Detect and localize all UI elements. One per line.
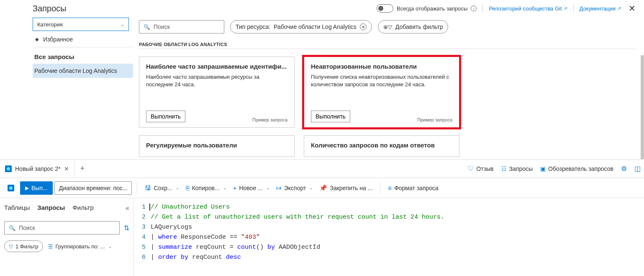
card-title: Наиболее часто запрашиваемые идентифи... bbox=[146, 63, 287, 70]
close-icon[interactable]: ✕ bbox=[627, 3, 637, 13]
query-card-highlighted[interactable]: Неавторизованные пользователи Получение … bbox=[304, 57, 459, 128]
all-queries-header: Все запросы bbox=[33, 47, 133, 64]
filter-tab[interactable]: Фильтр bbox=[72, 204, 93, 212]
pin-icon: 📌 bbox=[319, 184, 327, 192]
search-input[interactable]: 🔍 Поиск bbox=[139, 20, 224, 34]
play-icon: ▶ bbox=[25, 185, 29, 191]
format-button[interactable]: ≡Формат запроса bbox=[385, 181, 441, 195]
gear-icon[interactable]: ⚙ bbox=[621, 165, 627, 173]
list-icon: ☷ bbox=[501, 165, 507, 172]
code-editor[interactable]: 1// Unauthorized Users2// Get a list of … bbox=[134, 198, 644, 276]
card-tag: Пример запроса bbox=[252, 117, 287, 122]
plus-icon: + bbox=[233, 184, 237, 191]
copy-icon: ⎘ bbox=[186, 184, 190, 191]
export-icon: ↦ bbox=[276, 184, 282, 192]
heart-icon: ♡ bbox=[467, 164, 474, 173]
resource-type-filter[interactable]: Тип ресурса: Рабочие области Log Analyti… bbox=[230, 20, 372, 34]
explorer-icon: ▣ bbox=[540, 165, 546, 172]
card-title: Неавторизованные пользователи bbox=[311, 63, 452, 70]
search-icon: 🔍 bbox=[144, 24, 150, 30]
panel-icon[interactable]: ◫ bbox=[634, 165, 641, 173]
info-icon[interactable]: i bbox=[471, 5, 477, 11]
feedback-link[interactable]: ♡Отзыв bbox=[467, 164, 493, 173]
star-icon: ★ bbox=[34, 36, 40, 43]
collapse-icon[interactable]: « bbox=[126, 204, 129, 212]
divider bbox=[573, 5, 574, 12]
query-card[interactable]: Наиболее часто запрашиваемые идентифи...… bbox=[139, 57, 295, 128]
left-search-input[interactable]: 🔍 Поиск bbox=[4, 221, 120, 235]
time-range-select[interactable]: Диапазон времени: пос... bbox=[54, 181, 132, 195]
query-icon bbox=[8, 185, 14, 191]
explorer-link[interactable]: ▣Обозреватель запросов bbox=[540, 165, 613, 172]
chevron-down-icon: ⌄ bbox=[176, 186, 179, 190]
card-title: Количество запросов по кодам ответов bbox=[311, 142, 452, 149]
copy-button[interactable]: ⎘Копиров...⌄ bbox=[183, 181, 229, 195]
format-icon: ≡ bbox=[388, 184, 392, 191]
close-tab-icon[interactable]: ✕ bbox=[64, 165, 69, 172]
filter-icon: ▽ bbox=[9, 243, 13, 250]
search-icon: 🔍 bbox=[9, 225, 15, 231]
section-label: РАБОЧИЕ ОБЛАСТИ LOG ANALYTICS bbox=[139, 38, 636, 49]
external-link-icon: ↗ bbox=[564, 6, 567, 11]
docs-link[interactable]: Документация↗ bbox=[580, 5, 621, 12]
external-link-icon: ↗ bbox=[617, 6, 621, 11]
add-tab-button[interactable]: + bbox=[74, 164, 91, 173]
category-select[interactable]: Категория ⌄ bbox=[33, 18, 129, 31]
queries-link[interactable]: ☷Запросы bbox=[501, 165, 533, 172]
run-button-main[interactable]: ▶Вып... bbox=[20, 181, 53, 195]
run-button[interactable]: Выполнить bbox=[146, 111, 185, 122]
always-show-toggle[interactable] bbox=[377, 4, 393, 13]
queries-tab[interactable]: Запросы bbox=[37, 204, 65, 212]
git-repo-link[interactable]: Репозиторий сообщества Git↗ bbox=[489, 5, 567, 12]
favorites-row[interactable]: ★ Избранное bbox=[33, 31, 133, 47]
always-show-label: Всегда отображать запросы bbox=[397, 5, 467, 12]
chevron-down-icon: ⌄ bbox=[223, 186, 226, 190]
chevron-down-icon: ⌄ bbox=[309, 186, 313, 190]
run-button[interactable]: Выполнить bbox=[311, 111, 350, 122]
chevron-down-icon: ⌄ bbox=[266, 186, 269, 190]
query-card[interactable]: Регулируемые пользователи bbox=[139, 135, 295, 157]
card-tag: Пример запроса bbox=[417, 117, 452, 122]
sidebar-item-log-analytics[interactable]: Рабочие области Log Analytics bbox=[33, 64, 133, 78]
new-rule-button[interactable]: +Новое ...⌄ bbox=[231, 181, 272, 195]
filter-pill[interactable]: ▽ 1 Фильтр bbox=[4, 240, 43, 252]
group-icon: ☰ bbox=[48, 243, 53, 250]
sort-icon[interactable]: ⇅ bbox=[124, 224, 129, 232]
export-button[interactable]: ↦Экспорт⌄ bbox=[274, 181, 316, 195]
query-card[interactable]: Количество запросов по кодам ответов bbox=[304, 135, 459, 157]
group-by-select[interactable]: ☰ Группировать по: ... ⌄ bbox=[48, 243, 129, 250]
pin-button[interactable]: 📌Закрепить на ... bbox=[317, 181, 375, 195]
save-button[interactable]: 🖫Сохр...⌄ bbox=[142, 181, 181, 195]
add-filter-button[interactable]: ⊕▽ Добавить фильтр bbox=[378, 20, 449, 34]
divider bbox=[482, 5, 483, 12]
filter-add-icon: ⊕▽ bbox=[383, 24, 392, 30]
card-title: Регулируемые пользователи bbox=[146, 142, 287, 149]
queries-title: Запросы bbox=[33, 4, 67, 13]
clear-filter-icon[interactable]: ✕ bbox=[360, 23, 367, 30]
chevron-down-icon: ⌄ bbox=[121, 22, 124, 27]
chevron-down-icon: ⌄ bbox=[108, 244, 112, 249]
card-desc: Наиболее часто запрашиваемые ресурсы за … bbox=[146, 73, 287, 111]
save-icon: 🖫 bbox=[145, 184, 151, 191]
scrollbar[interactable] bbox=[641, 55, 644, 160]
card-desc: Получение списка неавторизованных пользо… bbox=[311, 73, 452, 111]
query-tab[interactable]: Новый запрос 2* ✕ bbox=[0, 160, 74, 178]
query-tab-icon bbox=[5, 165, 12, 172]
tables-tab[interactable]: Таблицы bbox=[4, 204, 30, 212]
